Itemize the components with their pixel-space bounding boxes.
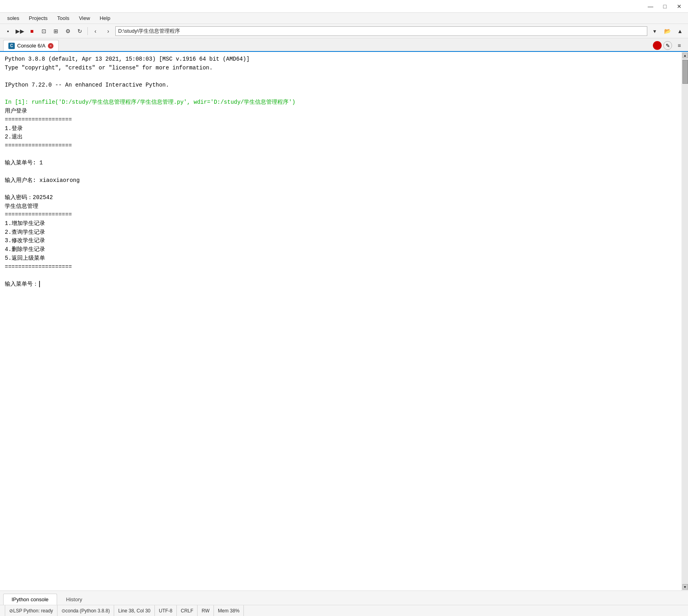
toolbar-btn-stop[interactable]: ■ xyxy=(26,26,38,37)
output-sep-1: ==================== xyxy=(5,116,677,124)
output-blank-3 xyxy=(5,185,677,193)
maximize-button[interactable]: □ xyxy=(659,2,670,11)
output-sep-3: ==================== xyxy=(5,211,677,219)
scroll-track[interactable] xyxy=(682,58,688,584)
output-blank-4 xyxy=(5,271,677,280)
output-mgmt-5: 5.返回上级菜单 xyxy=(5,254,677,263)
menu-tools[interactable]: Tools xyxy=(53,14,73,22)
tab-label: Console 6/A xyxy=(17,43,45,49)
toolbar-btn-1[interactable]: ▪ xyxy=(2,26,14,37)
status-conda: ⊙conda (Python 3.8.8) xyxy=(57,605,114,616)
output-mgmt-3: 3.修改学生记录 xyxy=(5,237,677,245)
toolbar-btn-refresh[interactable]: ↻ xyxy=(74,26,85,37)
toolbar-btn-run[interactable]: ▶▶ xyxy=(14,26,26,37)
address-bar-container: ‹ › ▾ 📂 ▲ xyxy=(90,26,686,37)
output-user-login: 用户登录 xyxy=(5,107,677,116)
output-menu-2: 2.退出 xyxy=(5,133,677,142)
window-controls: — □ ✕ xyxy=(645,2,685,11)
output-mgmt-4: 4.删除学生记录 xyxy=(5,245,677,254)
toolbar-btn-settings[interactable]: ⚙ xyxy=(62,26,73,37)
console-edit-button[interactable]: ✎ xyxy=(663,41,672,50)
blank-line-2 xyxy=(5,90,677,99)
nav-up-button[interactable]: ▲ xyxy=(674,26,686,37)
nav-forward-button[interactable]: › xyxy=(103,26,114,37)
output-student-mgmt: 学生信息管理 xyxy=(5,202,677,211)
blank-line-1 xyxy=(5,72,677,81)
scroll-thumb[interactable] xyxy=(682,60,688,84)
output-blank-1 xyxy=(5,150,677,159)
scroll-up-arrow[interactable]: ▲ xyxy=(682,53,688,58)
bottom-tabs: IPython console History xyxy=(0,590,688,605)
nav-back-button[interactable]: ‹ xyxy=(90,26,101,37)
output-mgmt-1: 1.增加学生记录 xyxy=(5,219,677,228)
run-command: runfile('D:/study/学生信息管理程序/学生信息管理.py', w… xyxy=(32,98,295,107)
python-version-line: Python 3.8.8 (default, Apr 13 2021, 15:0… xyxy=(5,55,677,64)
status-rw: RW xyxy=(198,605,214,616)
minimize-button[interactable]: — xyxy=(645,2,656,11)
output-input-user: 输入用户名: xiaoxiaorong xyxy=(5,176,677,185)
console-menu-button[interactable]: ≡ xyxy=(674,40,685,51)
status-bar: ⊘LSP Python: ready ⊙conda (Python 3.8.8)… xyxy=(0,605,688,616)
toolbar-separator xyxy=(87,27,88,35)
toolbar-btn-save[interactable]: ⊡ xyxy=(38,26,49,37)
output-sep-2: ==================== xyxy=(5,142,677,150)
toolbar: ▪ ▶▶ ■ ⊡ ⊞ ⚙ ↻ ‹ › ▾ 📂 ▲ xyxy=(0,24,688,38)
tab-history[interactable]: History xyxy=(58,594,91,605)
in-prompt-line: In [1]: runfile('D:/study/学生信息管理程序/学生信息管… xyxy=(5,98,677,107)
close-button[interactable]: ✕ xyxy=(674,2,685,11)
status-mem: Mem 38% xyxy=(214,605,244,616)
in-prompt: In [1]: xyxy=(5,98,32,107)
status-encoding: UTF-8 xyxy=(155,605,177,616)
output-blank-2 xyxy=(5,168,677,176)
toolbar-btn-expand[interactable]: ⊞ xyxy=(50,26,61,37)
title-bar: — □ ✕ xyxy=(0,0,688,13)
tab-bar: C Console 6/A × ✎ ≡ xyxy=(0,38,688,52)
tab-close-button[interactable]: × xyxy=(48,43,53,49)
output-sep-4: ==================== xyxy=(5,263,677,272)
tab-ipython-console[interactable]: IPython console xyxy=(3,594,57,605)
output-input-pass: 输入密码：202542 xyxy=(5,193,677,202)
console-stop-button[interactable] xyxy=(653,41,662,50)
console-tab[interactable]: C Console 6/A × xyxy=(3,40,59,51)
menu-projects[interactable]: Projects xyxy=(25,14,51,22)
status-line-ending: CRLF xyxy=(177,605,198,616)
console-content[interactable]: Python 3.8.8 (default, Apr 13 2021, 15:0… xyxy=(0,52,682,590)
nav-open-button[interactable]: 📂 xyxy=(662,26,673,37)
address-bar-input[interactable] xyxy=(115,26,647,36)
menu-view[interactable]: View xyxy=(75,14,94,22)
nav-dropdown-button[interactable]: ▾ xyxy=(649,26,660,37)
output-input-menu: 输入菜单号: 1 xyxy=(5,159,677,168)
menu-help[interactable]: Help xyxy=(96,14,115,22)
console-area: Python 3.8.8 (default, Apr 13 2021, 15:0… xyxy=(0,52,688,590)
scroll-down-arrow[interactable]: ▼ xyxy=(682,584,688,590)
output-input-menu2: 输入菜单号： xyxy=(5,280,677,289)
main-container: C Console 6/A × ✎ ≡ Python 3.8.8 (defaul… xyxy=(0,38,688,616)
status-line-col: Line 38, Col 30 xyxy=(114,605,155,616)
python-info-line: Type "copyright", "credits" or "license"… xyxy=(5,64,677,73)
output-mgmt-2: 2.查询学生记录 xyxy=(5,228,677,237)
status-lsp: ⊘LSP Python: ready xyxy=(5,605,57,616)
tab-icon: C xyxy=(8,43,15,49)
ipython-version-line: IPython 7.22.0 -- An enhanced Interactiv… xyxy=(5,81,677,90)
menu-bar: soles Projects Tools View Help xyxy=(0,13,688,24)
output-menu-1: 1.登录 xyxy=(5,124,677,133)
tab-toolbar-right: ✎ ≡ xyxy=(653,40,685,51)
scrollbar[interactable]: ▲ ▼ xyxy=(682,52,688,590)
menu-consoles[interactable]: soles xyxy=(3,14,23,22)
